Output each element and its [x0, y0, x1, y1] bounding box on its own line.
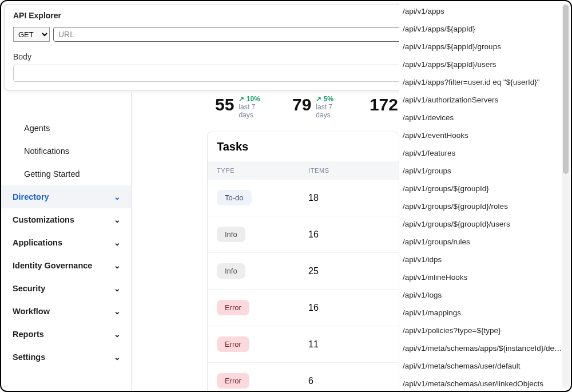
table-row[interactable]: Error16: [208, 289, 399, 326]
suggestion-item[interactable]: /api/v1/policies?type=${type}: [399, 322, 565, 339]
suggestion-item[interactable]: /api/v1/apps/${appId}: [399, 20, 565, 38]
stat-item: 172: [370, 95, 398, 114]
suggestion-item[interactable]: /api/v1/inlineHooks: [399, 268, 565, 286]
stat-value: 55: [215, 95, 234, 114]
table-row[interactable]: To-do18: [208, 180, 399, 216]
chevron-down-icon: ⌄: [114, 238, 121, 247]
stat-subtitle: last 7 days: [239, 103, 271, 119]
suggestion-item[interactable]: /api/v1/meta/schemas/user/default: [399, 357, 565, 375]
tasks-header-row: TYPE ITEMS: [208, 161, 399, 180]
suggestion-item[interactable]: /api/v1/apps?filter=user.id eq "${userId…: [399, 73, 565, 91]
suggestion-item[interactable]: /api/v1/mappings: [399, 304, 565, 322]
suggestion-item[interactable]: /api/v1/apps: [399, 2, 565, 20]
stats-row: 5510%last 7 days795%last 7 days172: [207, 94, 399, 129]
items-count: 25: [308, 266, 319, 276]
suggestion-item[interactable]: /api/v1/groups/${groupId}/roles: [399, 197, 565, 215]
stat-subtitle: last 7 days: [316, 103, 348, 119]
suggestion-item[interactable]: /api/v1/apps/${appId}/users: [399, 56, 565, 73]
sidebar-item[interactable]: Getting Started: [1, 163, 131, 185]
col-items: ITEMS: [308, 167, 329, 174]
sidebar-item[interactable]: Notifications: [1, 140, 131, 163]
table-row[interactable]: Info16: [208, 216, 399, 252]
sidebar-item[interactable]: Agents: [1, 117, 131, 140]
tasks-card: Tasks TYPE ITEMS To-do18Info16Info25Erro…: [207, 132, 399, 392]
sidebar: TasksAgentsNotificationsGetting StartedD…: [1, 93, 132, 391]
sidebar-section[interactable]: Customizations⌄: [1, 208, 131, 231]
type-badge: Error: [217, 300, 249, 315]
scrollbar-thumb[interactable]: [563, 5, 569, 174]
chevron-down-icon: ⌄: [114, 353, 121, 362]
suggestion-item[interactable]: /api/v1/apps/${appId}/groups: [399, 38, 565, 56]
table-row[interactable]: Error11: [208, 326, 399, 362]
chevron-down-icon: ⌄: [114, 261, 121, 270]
stat-trend: 10%: [239, 95, 271, 103]
items-count: 18: [308, 193, 319, 203]
url-suggestions-popup: /api/v1/apps/api/v1/apps/${appId}/api/v1…: [399, 2, 565, 389]
stat-item: 795%last 7 days: [292, 95, 348, 119]
chevron-down-icon: ⌄: [114, 284, 121, 293]
tasks-title: Tasks: [208, 132, 399, 161]
suggestion-item[interactable]: /api/v1/authorizationServers: [399, 91, 565, 109]
items-count: 11: [308, 339, 319, 350]
type-badge: Error: [217, 336, 249, 352]
sidebar-item-directory[interactable]: Directory⌄: [1, 185, 131, 208]
scrollbar[interactable]: [562, 3, 570, 389]
sidebar-section[interactable]: Applications⌄: [1, 231, 131, 254]
chevron-down-icon: ⌄: [114, 307, 121, 316]
stat-value: 79: [292, 95, 311, 114]
chevron-down-icon: ⌄: [114, 215, 121, 224]
sidebar-section[interactable]: Settings⌄: [1, 346, 131, 369]
suggestion-item[interactable]: /api/v1/meta/schemas/apps/${instanceId}/…: [399, 339, 565, 357]
items-count: 16: [308, 229, 319, 240]
http-method-select[interactable]: GET: [13, 27, 50, 42]
type-badge: Info: [217, 263, 245, 279]
chevron-down-icon: ⌄: [114, 192, 121, 201]
sidebar-section[interactable]: Security⌄: [1, 277, 131, 300]
items-count: 6: [308, 376, 313, 386]
type-badge: Info: [217, 227, 245, 242]
chevron-down-icon: ⌄: [114, 330, 121, 339]
suggestion-item[interactable]: /api/v1/groups/rules: [399, 233, 565, 251]
sidebar-section[interactable]: Identity Governance⌄: [1, 254, 131, 277]
type-badge: To-do: [217, 190, 252, 205]
suggestion-item[interactable]: /api/v1/idps: [399, 251, 565, 268]
suggestion-item[interactable]: /api/v1/groups/${groupId}/users: [399, 215, 565, 233]
stat-item: 5510%last 7 days: [215, 95, 271, 119]
table-row[interactable]: Error6: [208, 362, 399, 392]
main-content: 5510%last 7 days795%last 7 days172 Tasks…: [207, 94, 399, 391]
type-badge: Error: [217, 373, 249, 389]
suggestion-item[interactable]: /api/v1/meta/schemas/user/linkedObjects: [399, 375, 565, 389]
items-count: 16: [308, 303, 319, 313]
suggestion-item[interactable]: /api/v1/features: [399, 144, 565, 162]
suggestion-item[interactable]: /api/v1/devices: [399, 109, 565, 126]
col-type: TYPE: [217, 167, 308, 174]
sidebar-section[interactable]: Workflow⌄: [1, 300, 131, 323]
suggestion-item[interactable]: /api/v1/eventHooks: [399, 126, 565, 144]
suggestion-item[interactable]: /api/v1/groups: [399, 162, 565, 180]
suggestion-item[interactable]: /api/v1/logs: [399, 286, 565, 304]
sidebar-section[interactable]: Reports⌄: [1, 323, 131, 346]
stat-value: 172: [370, 95, 398, 114]
suggestion-item[interactable]: /api/v1/groups/${groupId}: [399, 180, 565, 197]
table-row[interactable]: Info25: [208, 252, 399, 289]
stat-trend: 5%: [316, 95, 348, 103]
